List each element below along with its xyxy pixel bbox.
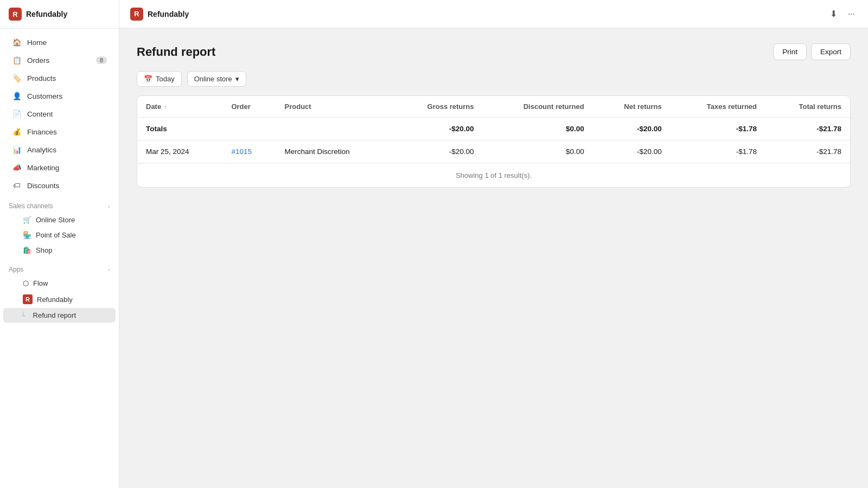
sidebar-item-marketing[interactable]: 📣 Marketing [3,159,116,176]
shop-icon: 🛍️ [23,246,31,254]
row-order: #1015 [222,140,276,163]
sidebar-item-label: Shop [36,246,52,254]
row-date: Mar 25, 2024 [137,140,222,163]
products-icon: 🏷️ [12,73,22,83]
sales-channels-chevron[interactable]: › [108,203,110,209]
col-gross-returns: Gross returns [392,96,482,118]
table-row: Mar 25, 2024 #1015 Merchant Discretion -… [137,140,850,163]
row-taxes-returned: -$1.78 [671,140,765,163]
export-button[interactable]: Export [811,43,851,60]
totals-discount-returned: $0.00 [483,118,593,140]
topbar-app-icon: R [130,8,143,21]
sidebar-item-orders[interactable]: 📋 Orders 8 [3,52,116,69]
sidebar-item-analytics[interactable]: 📊 Analytics [3,141,116,158]
sidebar-item-discounts[interactable]: 🏷 Discounts [3,177,116,194]
topbar-title: Refundably [148,10,189,18]
row-total-returns: -$21.78 [765,140,850,163]
customers-icon: 👤 [12,91,22,101]
sidebar-item-finances[interactable]: 💰 Finances [3,123,116,140]
calendar-icon: 📅 [144,75,152,83]
marketing-icon: 📣 [12,163,22,172]
download-button[interactable]: ⬇ [828,7,839,21]
sidebar-item-online-store[interactable]: 🛒 Online Store [3,213,116,227]
sidebar-item-flow[interactable]: ⬡ Flow [3,276,116,291]
apps-chevron[interactable]: › [108,266,110,273]
chevron-down-icon: ▾ [235,75,239,83]
store-filter-button[interactable]: Online store ▾ [187,71,246,87]
page-content: Refund report Print Export 📅 Today Onlin… [119,28,868,488]
page-title: Refund report [137,45,215,59]
topbar: R Refundably ⬇ ··· [119,0,868,28]
refund-report-label: Refund report [33,311,76,319]
sidebar-item-home[interactable]: 🏠 Home [3,34,116,51]
row-net-returns: -$20.00 [593,140,671,163]
apps-section: Apps › [0,258,119,275]
discounts-icon: 🏷 [12,181,22,190]
sidebar-item-label: Flow [33,279,48,287]
sidebar-item-label: Point of Sale [36,231,76,239]
main-content: R Refundably ⬇ ··· Refund report Print E… [119,0,868,488]
sidebar-item-label: Finances [27,128,57,136]
table-header-row: Date ↑ Order Product Gross returns Disco… [137,96,850,118]
sidebar-item-customers[interactable]: 👤 Customers [3,87,116,105]
sidebar-item-label: Products [27,74,56,82]
print-button[interactable]: Print [773,43,807,60]
refundably-icon: R [23,294,33,304]
date-col-label: Date [146,102,161,111]
app-logo: R Refundably [0,0,119,29]
sidebar: R Refundably 🏠 Home 📋 Orders 8🏷️ Product… [0,0,119,488]
sidebar-item-products[interactable]: 🏷️ Products [3,69,116,87]
sidebar-item-label: Customers [27,92,62,100]
sidebar-item-shop[interactable]: 🛍️ Shop [3,243,116,258]
report-table: Date ↑ Order Product Gross returns Disco… [137,96,850,163]
app-name: Refundably [26,10,67,18]
sidebar-item-point-of-sale[interactable]: 🏪 Point of Sale [3,228,116,242]
orders-badge: 8 [96,56,107,64]
totals-row: Totals -$20.00 $0.00 -$20.00 -$1.78 -$21… [137,118,850,140]
row-gross-returns: -$20.00 [392,140,482,163]
sidebar-item-refund-report[interactable]: └ Refund report [3,308,116,323]
report-table-container: Date ↑ Order Product Gross returns Disco… [137,95,851,188]
col-taxes-returned: Taxes returned [671,96,765,118]
totals-net-returns: -$20.00 [593,118,671,140]
sidebar-item-label: Home [27,38,47,47]
home-icon: 🏠 [12,37,22,47]
sidebar-nav: 🏠 Home 📋 Orders 8🏷️ Products 👤 Customers… [0,29,119,328]
page-header: Refund report Print Export [137,43,851,60]
analytics-icon: 📊 [12,145,22,155]
sidebar-item-refundably[interactable]: R Refundably [3,291,116,307]
sidebar-item-label: Refundably [37,296,73,304]
table-footer: Showing 1 of 1 result(s). [137,163,850,187]
logo-icon: R [9,8,22,21]
row-discount-returned: $0.00 [483,140,593,163]
flow-icon: ⬡ [23,279,29,287]
col-order: Order [222,96,276,118]
totals-total-returns: -$21.78 [765,118,850,140]
sales-channels-label: Sales channels [9,202,53,210]
totals-order [222,118,276,140]
store-filter-label: Online store [194,75,232,83]
date-filter-label: Today [156,75,175,83]
sidebar-item-label: Online Store [36,216,75,224]
online-store-icon: 🛒 [23,216,31,224]
totals-taxes-returned: -$1.78 [671,118,765,140]
point-of-sale-icon: 🏪 [23,231,31,239]
orders-icon: 📋 [12,55,22,65]
row-product: Merchant Discretion [276,140,393,163]
topbar-left: R Refundably [130,8,189,21]
date-filter-button[interactable]: 📅 Today [137,71,182,87]
totals-gross-returns: -$20.00 [392,118,482,140]
col-product: Product [276,96,393,118]
sidebar-item-label: Marketing [27,164,59,172]
col-discount-returned: Discount returned [483,96,593,118]
tree-line-icon: └ [21,312,25,319]
sidebar-item-label: Analytics [27,146,56,154]
sidebar-item-label: Discounts [27,182,59,190]
topbar-right: ⬇ ··· [828,7,857,21]
order-link[interactable]: #1015 [231,147,252,156]
apps-label: Apps [9,266,23,273]
more-options-button[interactable]: ··· [846,7,857,21]
col-total-returns: Total returns [765,96,850,118]
sidebar-item-content[interactable]: 📄 Content [3,105,116,123]
sort-icon[interactable]: ↑ [164,104,167,110]
